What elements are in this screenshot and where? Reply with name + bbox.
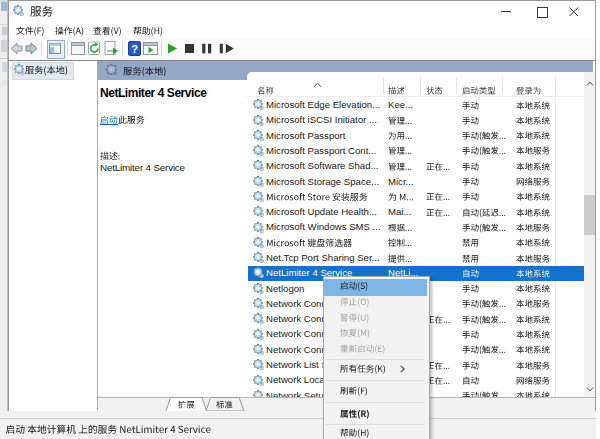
svg-text:?: ? (131, 43, 138, 55)
